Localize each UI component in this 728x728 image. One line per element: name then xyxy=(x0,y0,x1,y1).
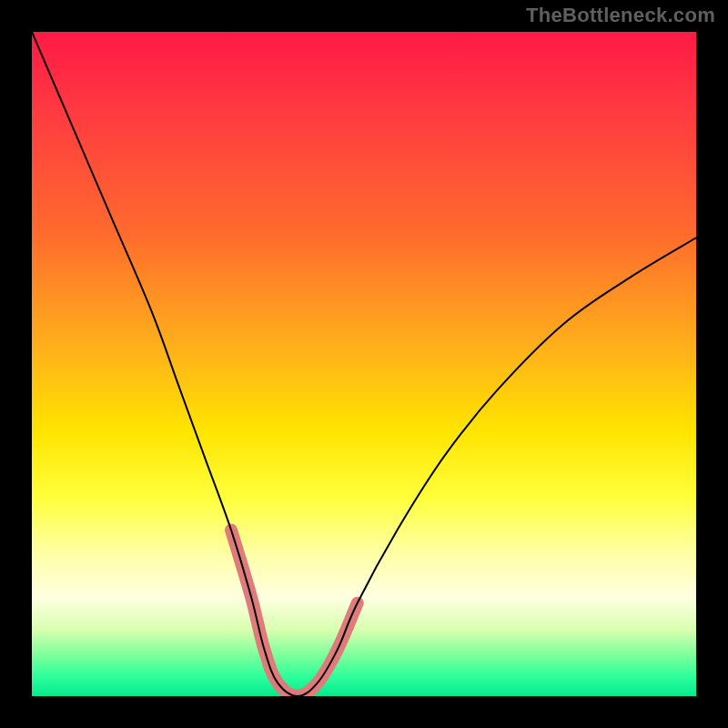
chart-frame: TheBottleneck.com xyxy=(0,0,728,728)
highlight-marker xyxy=(231,531,358,697)
chart-svg xyxy=(32,32,696,696)
bottleneck-curve xyxy=(32,32,696,696)
plot-area xyxy=(32,32,696,696)
watermark-text: TheBottleneck.com xyxy=(526,4,715,27)
